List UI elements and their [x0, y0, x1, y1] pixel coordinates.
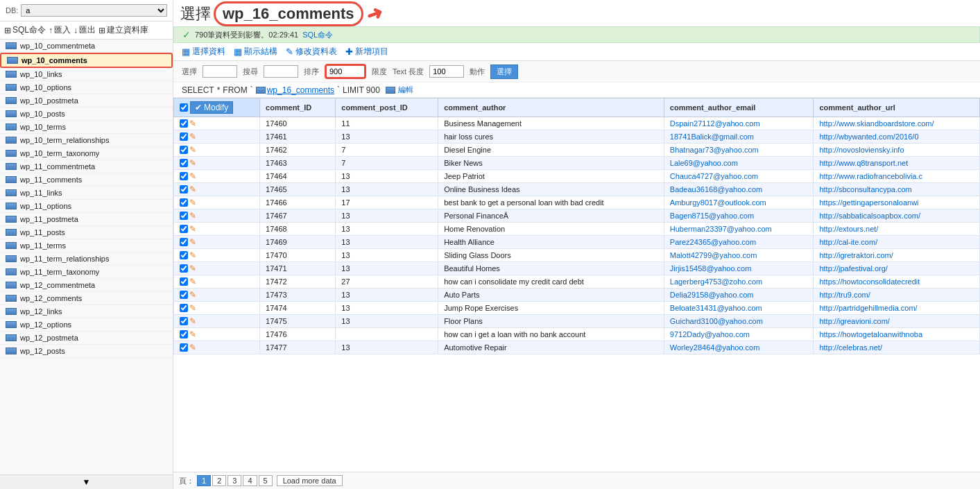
sidebar-item[interactable]: wp_11_links	[0, 187, 173, 200]
row-check-cell: ✎	[174, 130, 260, 144]
load-more-btn[interactable]: Load more data	[277, 475, 343, 486]
row-edit-icon[interactable]: ✎	[189, 171, 196, 181]
row-edit-icon[interactable]: ✎	[189, 224, 196, 234]
sidebar-item[interactable]: wp_12_links	[0, 305, 173, 318]
db-select[interactable]: a	[21, 4, 167, 17]
row-check-cell: ✎	[174, 170, 260, 183]
sidebar-scroll-down[interactable]: ▼	[0, 474, 173, 489]
sidebar-item[interactable]: wp_10_term_taxonomy	[0, 147, 173, 160]
sidebar-item[interactable]: wp_10_commentmeta	[0, 40, 173, 53]
sidebar-item[interactable]: wp_11_posts	[0, 226, 173, 239]
page-2-btn[interactable]: 2	[212, 475, 226, 486]
comment-author-cell: Health Alliance	[438, 236, 664, 249]
row-edit-icon[interactable]: ✎	[189, 132, 196, 141]
sidebar-item[interactable]: wp_10_options	[0, 81, 173, 94]
comment-author-cell: Diesel Engine	[438, 144, 664, 157]
sql-table-name[interactable]: wp_16_comments	[267, 85, 334, 95]
row-checkbox[interactable]	[180, 159, 188, 167]
sidebar-item[interactable]: wp_12_commentmeta	[0, 279, 173, 292]
sidebar-item[interactable]: wp_10_terms	[0, 121, 173, 134]
search-input[interactable]	[264, 65, 298, 78]
text-length-input[interactable]	[429, 65, 464, 78]
row-checkbox[interactable]	[180, 343, 188, 352]
row-checkbox[interactable]	[180, 251, 188, 259]
sidebar-item[interactable]: wp_11_term_relationships	[0, 252, 173, 266]
table-row: ✎ 17477 13 Automotive Repair Worley28464…	[174, 341, 980, 354]
sidebar-item[interactable]: wp_10_term_relationships	[0, 134, 173, 147]
create-db-btn[interactable]: ⊞ 建立資料庫	[98, 24, 148, 36]
sidebar-item[interactable]: wp_11_term_taxonomy	[0, 266, 173, 279]
add-item-btn[interactable]: ✚ 新增項目	[345, 46, 388, 58]
row-edit-icon[interactable]: ✎	[189, 198, 196, 207]
sidebar-item[interactable]: wp_11_postmeta	[0, 213, 173, 226]
sidebar-item[interactable]: wp_10_comments	[0, 53, 173, 68]
sql-edit-link[interactable]: 編輯	[398, 85, 413, 95]
row-checkbox[interactable]	[180, 212, 188, 220]
row-checkbox[interactable]	[180, 330, 188, 338]
row-edit-icon[interactable]: ✎	[189, 145, 196, 155]
row-checkbox[interactable]	[180, 264, 188, 273]
row-checkbox[interactable]	[180, 277, 188, 286]
page-5-btn[interactable]: 5	[259, 475, 273, 486]
page-1-btn[interactable]: 1	[197, 475, 211, 486]
row-edit-icon[interactable]: ✎	[189, 158, 196, 168]
sidebar-item[interactable]: wp_11_terms	[0, 239, 173, 252]
row-checkbox[interactable]	[180, 198, 188, 207]
sidebar-item[interactable]: wp_10_links	[0, 68, 173, 81]
sidebar-item[interactable]: wp_11_commentmeta	[0, 160, 173, 173]
row-checkbox[interactable]	[180, 172, 188, 180]
row-edit-icon[interactable]: ✎	[189, 119, 196, 128]
row-checkbox[interactable]	[180, 291, 188, 299]
row-checkbox[interactable]	[180, 132, 188, 141]
row-checkbox[interactable]	[180, 304, 188, 312]
select-data-btn[interactable]: ▦ 選擇資料	[182, 46, 225, 58]
sidebar-item-label: wp_11_term_relationships	[20, 255, 109, 263]
sidebar-item[interactable]: wp_12_posts	[0, 345, 173, 358]
table-icon	[6, 189, 17, 196]
sidebar-item[interactable]: wp_10_postmeta	[0, 94, 173, 108]
page-4-btn[interactable]: 4	[243, 475, 257, 486]
sidebar-item[interactable]: wp_12_comments	[0, 292, 173, 305]
select-query-btn[interactable]: 選擇	[490, 65, 518, 79]
row-edit-icon[interactable]: ✎	[189, 211, 196, 221]
sidebar-item[interactable]: wp_11_comments	[0, 173, 173, 187]
row-checkbox[interactable]	[180, 225, 188, 233]
row-edit-icon[interactable]: ✎	[189, 237, 196, 247]
sort-input[interactable]	[325, 64, 366, 79]
sidebar-item[interactable]: wp_12_postmeta	[0, 332, 173, 345]
sidebar-item[interactable]: wp_12_options	[0, 318, 173, 332]
row-checkbox[interactable]	[180, 317, 188, 325]
import-btn[interactable]: ↑ 匯入	[49, 24, 71, 36]
sidebar-item[interactable]: wp_10_posts	[0, 108, 173, 121]
export-btn[interactable]: ↓ 匯出	[74, 24, 96, 36]
row-checkbox[interactable]	[180, 146, 188, 154]
show-structure-btn[interactable]: ▦ 顯示結構	[234, 46, 277, 58]
row-edit-icon[interactable]: ✎	[189, 329, 196, 339]
row-edit-icon[interactable]: ✎	[189, 290, 196, 300]
row-edit-icon[interactable]: ✎	[189, 316, 196, 326]
sidebar-item[interactable]: wp_11_options	[0, 200, 173, 213]
row-edit-icon[interactable]: ✎	[189, 277, 196, 286]
row-edit-icon[interactable]: ✎	[189, 303, 196, 313]
status-sql-link[interactable]: SQL命令	[302, 30, 333, 40]
sql-action-btn[interactable]: ⊞ SQL命令	[4, 24, 46, 36]
page-3-btn[interactable]: 3	[227, 475, 241, 486]
sql-star: *	[217, 85, 221, 95]
select-input[interactable]	[203, 65, 237, 78]
select-all-checkbox[interactable]	[180, 103, 188, 112]
row-edit-icon[interactable]: ✎	[189, 264, 196, 273]
modify-table-btn[interactable]: ✎ 修改資料表	[286, 46, 337, 58]
modify-btn[interactable]: ✔ Modify	[190, 101, 233, 114]
row-edit-icon[interactable]: ✎	[189, 343, 196, 352]
comment-post-id-cell: 27	[336, 275, 438, 289]
sidebar-item-label: wp_10_options	[20, 83, 71, 92]
row-checkbox[interactable]	[180, 119, 188, 128]
sql-edit-icon	[386, 87, 395, 94]
table-icon	[6, 229, 17, 236]
row-edit-icon[interactable]: ✎	[189, 250, 196, 260]
row-checkbox[interactable]	[180, 238, 188, 246]
row-checkbox[interactable]	[180, 185, 188, 194]
modify-check-icon: ✔	[195, 103, 202, 112]
row-edit-icon[interactable]: ✎	[189, 185, 196, 194]
comment-author-cell: Online Business Ideas	[438, 183, 664, 196]
